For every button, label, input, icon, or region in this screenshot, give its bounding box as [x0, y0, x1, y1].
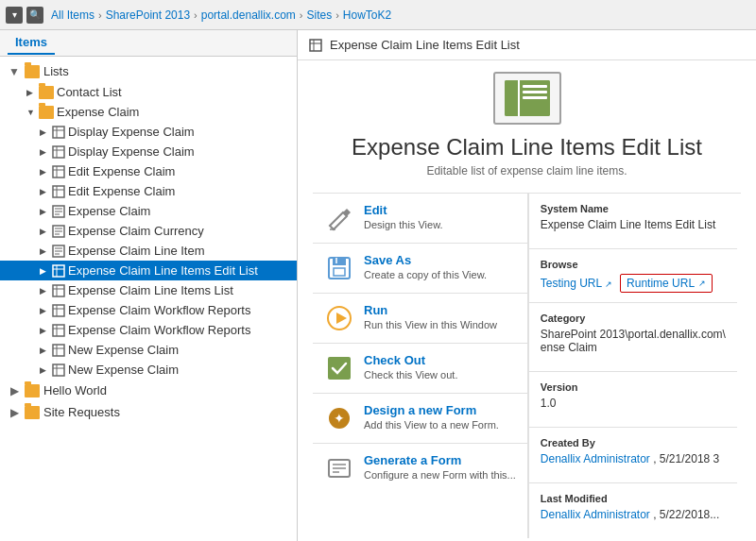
info-category: Category SharePoint 2013\portal.denallix…: [528, 303, 737, 372]
arrow-icon: ▶: [40, 246, 49, 256]
tree-item-label: Expense Claim Currency: [68, 224, 204, 238]
generate-form-label[interactable]: Generate a Form: [364, 453, 516, 467]
run-icon: [324, 303, 354, 333]
run-label[interactable]: Run: [364, 303, 497, 317]
generate-form-icon: [324, 453, 354, 483]
arrow-icon: ▶: [40, 306, 49, 315]
design-form-icon: ✦: [324, 403, 354, 433]
sidebar: Items ▼ Lists ▶ Contact List ▼ Expense C…: [0, 30, 298, 541]
breadcrumb-all-items[interactable]: All Items: [51, 8, 94, 22]
sidebar-item-expense-claim[interactable]: ▼ Expense Claim: [0, 102, 297, 122]
tree-item-label: Expense Claim Workflow Reports: [68, 323, 250, 337]
sidebar-item-hello-world[interactable]: ▶ Hello World: [0, 380, 297, 401]
sidebar-item-display-expense-claim-2[interactable]: ▶ Display Expense Claim: [0, 142, 297, 161]
folder-icon: [25, 65, 40, 78]
header-grid-icon: [309, 39, 322, 52]
sidebar-item-expense-claim-currency[interactable]: ▶ Expense Claim Currency: [0, 221, 297, 241]
actions-right: System Name Expense Claim Line Items Edi…: [527, 194, 737, 538]
folder-icon: [25, 384, 40, 397]
main-layout: Items ▼ Lists ▶ Contact List ▼ Expense C…: [0, 30, 756, 541]
generate-form-desc: Configure a new Form with this...: [364, 469, 516, 481]
actions-container: Edit Design this View. Save As: [313, 193, 741, 538]
breadcrumb-sites[interactable]: Sites: [307, 8, 333, 22]
arrow-icon: ▶: [40, 365, 49, 375]
sidebar-item-expense-claim-line-items-list[interactable]: ▶ Expense Claim Line Items List: [0, 280, 297, 300]
svg-rect-24: [53, 265, 64, 277]
tree-item-label: Display Expense Claim: [68, 144, 195, 159]
sidebar-item-site-requests[interactable]: ▶ Site Requests: [0, 401, 297, 423]
action-run: Run Run this View in this Window: [313, 294, 527, 344]
sidebar-item-expense-claim-workflow-reports-1[interactable]: ▶ Expense Claim Workflow Reports: [0, 300, 297, 320]
breadcrumb-portal[interactable]: portal.denallix.com: [201, 8, 296, 22]
tree-item-label: New Expense Claim: [68, 343, 179, 357]
sidebar-item-expense-claim-workflow-reports-2[interactable]: ▶ Expense Claim Workflow Reports: [0, 320, 297, 340]
chevron-down-icon[interactable]: ▾: [6, 7, 23, 24]
grid-icon: [52, 324, 65, 337]
created-by-link[interactable]: Denallix Administrator: [541, 452, 650, 465]
svg-rect-36: [53, 345, 64, 356]
external-link-icon: ↗: [698, 279, 706, 288]
svg-rect-47: [333, 258, 346, 265]
breadcrumb-bar: ▾ 🔍 All Items › SharePoint 2013 › portal…: [0, 0, 756, 30]
sidebar-item-edit-expense-claim-1[interactable]: ▶ Edit Expense Claim: [0, 161, 297, 181]
form-icon: [52, 205, 65, 218]
checkout-label[interactable]: Check Out: [364, 353, 457, 367]
grid-icon: [52, 145, 65, 159]
svg-rect-9: [53, 186, 64, 197]
sidebar-item-new-expense-claim-1[interactable]: ▶ New Expense Claim: [0, 340, 297, 360]
sidebar-item-expense-claim-line-item[interactable]: ▶ Expense Claim Line Item: [0, 241, 297, 261]
svg-rect-42: [310, 40, 321, 51]
info-system-name: System Name Expense Claim Line Items Edi…: [528, 194, 737, 249]
svg-text:✦: ✦: [334, 411, 345, 426]
breadcrumb-sharepoint[interactable]: SharePoint 2013: [106, 8, 190, 22]
arrow-icon: ▶: [40, 266, 49, 276]
grid-icon: [52, 126, 65, 139]
created-by-value: Denallix Administrator , 5/21/2018 3: [541, 452, 726, 465]
tree-item-label: Hello World: [43, 383, 107, 397]
form-icon: [52, 225, 65, 238]
last-modified-link[interactable]: Denallix Administrator: [541, 508, 650, 521]
edit-label[interactable]: Edit: [364, 203, 443, 217]
tree-item-label: Expense Claim Workflow Reports: [68, 303, 250, 317]
search-icon[interactable]: 🔍: [26, 7, 43, 24]
arrow-icon: ▶: [40, 346, 49, 355]
sidebar-item-edit-expense-claim-2[interactable]: ▶ Edit Expense Claim: [0, 181, 297, 201]
sidebar-item-new-expense-claim-2[interactable]: ▶ New Expense Claim: [0, 360, 297, 380]
save-as-desc: Create a copy of this View.: [364, 269, 487, 280]
design-form-label[interactable]: Design a new Form: [364, 403, 499, 417]
info-created-by: Created By Denallix Administrator , 5/21…: [528, 428, 737, 483]
svg-rect-3: [53, 146, 64, 158]
view-main-title: Expense Claim Line Items Edit List: [313, 134, 741, 161]
tab-items[interactable]: Items: [8, 31, 55, 55]
grid-icon: [52, 264, 65, 278]
grid-icon: [52, 185, 65, 198]
sidebar-content: ▼ Lists ▶ Contact List ▼ Expense Claim ▶…: [0, 57, 297, 427]
sidebar-item-display-expense-claim-1[interactable]: ▶ Display Expense Claim: [0, 122, 297, 142]
created-by-label: Created By: [541, 437, 726, 448]
tree-item-label: Contact List: [57, 85, 122, 99]
run-desc: Run this View in this Window: [364, 319, 497, 330]
edit-desc: Design this View.: [364, 219, 443, 230]
tree-item-label: Expense Claim: [57, 105, 139, 119]
action-save-as: Save As Create a copy of this View.: [313, 244, 527, 294]
runtime-url-link[interactable]: Runtime URL: [627, 277, 695, 290]
sidebar-section-lists[interactable]: ▼ Lists: [0, 60, 297, 82]
tree-item-label: Site Requests: [43, 405, 120, 419]
svg-rect-0: [53, 127, 64, 138]
sidebar-item-expense-claim-line-items-edit-list[interactable]: ▶ Expense Claim Line Items Edit List: [0, 261, 297, 280]
tree-item-label: Expense Claim Line Items List: [68, 283, 233, 297]
tree-item-label: Edit Expense Claim: [68, 164, 175, 178]
arrow-icon: ▶: [40, 286, 49, 296]
grid-icon: [52, 344, 65, 357]
chevron-down-icon: ▼: [8, 65, 21, 78]
items-tabs: Items: [0, 30, 297, 57]
breadcrumb-icons: ▾ 🔍: [6, 7, 43, 24]
lists-label: Lists: [43, 64, 69, 78]
breadcrumb-howtok2[interactable]: HowToK2: [343, 8, 391, 22]
last-modified-label: Last Modified: [541, 493, 726, 504]
info-last-modified: Last Modified Denallix Administrator , 5…: [528, 483, 737, 538]
save-as-label[interactable]: Save As: [364, 253, 487, 267]
sidebar-item-contact-list[interactable]: ▶ Contact List: [0, 82, 297, 102]
sidebar-item-expense-claim-form[interactable]: ▶ Expense Claim: [0, 201, 297, 221]
testing-url-link[interactable]: Testing URL ↗: [541, 277, 612, 290]
